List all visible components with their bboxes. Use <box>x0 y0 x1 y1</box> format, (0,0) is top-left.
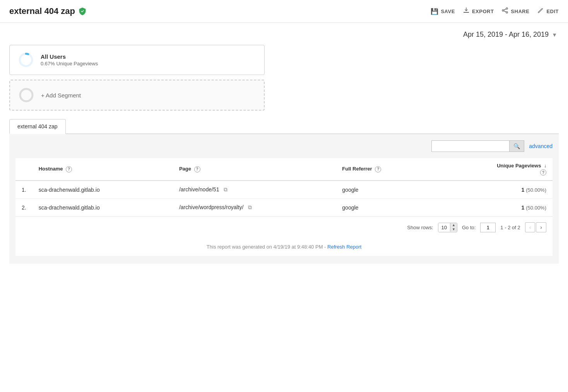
show-rows-label: Show rows: <box>407 225 433 230</box>
prev-page-button[interactable]: ‹ <box>525 222 535 232</box>
share-label: SHARE <box>511 9 529 14</box>
footer-note: This report was generated on 4/19/19 at … <box>15 238 553 256</box>
referrer-label: Full Referrer <box>342 166 372 172</box>
export-icon <box>463 7 470 15</box>
table-header-row: Hostname ? Page ? Full Referrer ? <box>15 158 553 181</box>
search-row: 🔍 advanced <box>15 140 553 152</box>
goto-input[interactable] <box>480 223 496 232</box>
col-header-hostname: Hostname ? <box>33 158 173 181</box>
export-label: EXPORT <box>472 9 494 14</box>
hostname-1: sca-drachenwald.gitlab.io <box>33 181 173 199</box>
goto-label: Go to: <box>462 225 476 230</box>
svg-rect-0 <box>464 12 469 13</box>
unique-count-1: 1 <box>522 187 525 193</box>
rows-value: 10 <box>438 223 450 232</box>
row-num-2: 2. <box>15 199 33 216</box>
table-row: 2. sca-drachenwald.gitlab.io /archive/wo… <box>15 199 553 216</box>
svg-point-6 <box>20 89 33 101</box>
unique-pv-2: 1 (50.00%) <box>434 199 553 216</box>
chevron-down-icon: ▼ <box>552 32 557 38</box>
col-header-num <box>15 158 33 181</box>
page-2: /archive/wordpress/royalty/ ⧉ <box>173 199 336 216</box>
rows-down-button[interactable]: ▼ <box>450 227 457 232</box>
footer-text: This report was generated on 4/19/19 at … <box>207 244 327 250</box>
unique-pct-1: (50.00%) <box>526 187 546 193</box>
share-icon <box>501 7 508 15</box>
segment-sub: 0.67% Unique Pageviews <box>41 61 98 66</box>
export-button[interactable]: EXPORT <box>463 7 494 15</box>
date-range-button[interactable]: Apr 15, 2019 - Apr 16, 2019 ▼ <box>463 31 557 39</box>
page-title: external 404 zap <box>9 6 87 16</box>
pagination-row: Show rows: 10 ▲ ▼ Go to: 1 - 2 of 2 ‹ › <box>15 216 553 238</box>
unique-pv-help-icon: ? <box>540 169 546 176</box>
copy-icon-1[interactable]: ⧉ <box>224 186 228 193</box>
page-help-icon: ? <box>194 166 200 172</box>
segment-all-users[interactable]: All Users 0.67% Unique Pageviews <box>9 45 265 75</box>
save-label: SAVE <box>441 9 455 14</box>
col-header-full-referrer: Full Referrer ? <box>336 158 434 181</box>
save-button[interactable]: 💾 SAVE <box>431 8 455 15</box>
unique-pct-2: (50.00%) <box>526 205 546 211</box>
edit-label: EDIT <box>546 9 559 14</box>
col-header-unique-pageviews: Unique Pageviews ↓ ? <box>434 158 553 181</box>
page-path-2: /archive/wordpress/royalty/ <box>179 204 244 210</box>
shield-icon <box>78 7 87 15</box>
referrer-1: google <box>336 181 434 199</box>
date-range-row: Apr 15, 2019 - Apr 16, 2019 ▼ <box>9 31 559 39</box>
search-icon: 🔍 <box>513 143 520 149</box>
date-range-text: Apr 15, 2019 - Apr 16, 2019 <box>463 31 549 39</box>
header: external 404 zap 💾 SAVE EXPORT SHARE <box>0 0 568 23</box>
search-box: 🔍 <box>431 140 524 152</box>
rows-up-button[interactable]: ▲ <box>450 223 457 227</box>
rows-spinner: ▲ ▼ <box>450 223 457 232</box>
save-icon: 💾 <box>431 8 439 15</box>
add-segment-card[interactable]: + Add Segment <box>9 80 265 111</box>
col-header-page: Page ? <box>173 158 336 181</box>
page-path-1: /archive/node/51 <box>179 186 219 193</box>
table-row: 1. sca-drachenwald.gitlab.io /archive/no… <box>15 181 553 199</box>
main-content: Apr 15, 2019 - Apr 16, 2019 ▼ All Users … <box>0 23 568 271</box>
rows-select: 10 ▲ ▼ <box>438 223 457 232</box>
page-1: /archive/node/51 ⧉ <box>173 181 336 199</box>
unique-pv-1: 1 (50.00%) <box>434 181 553 199</box>
page-count: 1 - 2 of 2 <box>500 225 520 230</box>
unique-count-2: 1 <box>522 205 525 211</box>
nav-buttons: ‹ › <box>525 222 546 232</box>
next-page-button[interactable]: › <box>536 222 546 232</box>
svg-point-1 <box>506 8 508 9</box>
tabs-row: external 404 zap <box>9 118 559 134</box>
edit-button[interactable]: EDIT <box>537 7 559 15</box>
add-segment-icon <box>18 87 35 104</box>
hostname-2: sca-drachenwald.gitlab.io <box>33 199 173 216</box>
table-section: 🔍 advanced Hostname ? Page ? <box>9 134 559 264</box>
search-button[interactable]: 🔍 <box>509 141 524 152</box>
sort-desc-icon: ↓ <box>544 163 546 169</box>
segment-donut-icon <box>17 51 34 68</box>
unique-pv-label: Unique Pageviews <box>497 163 541 169</box>
svg-point-2 <box>502 10 504 11</box>
page-label: Page <box>179 166 191 172</box>
add-segment-label: + Add Segment <box>41 92 81 99</box>
copy-icon-2[interactable]: ⧉ <box>248 204 252 211</box>
segment-info: All Users 0.67% Unique Pageviews <box>41 53 98 66</box>
referrer-2: google <box>336 199 434 216</box>
refresh-report-link[interactable]: Refresh Report <box>327 244 361 250</box>
svg-point-3 <box>506 12 508 13</box>
data-table: Hostname ? Page ? Full Referrer ? <box>15 158 553 216</box>
share-button[interactable]: SHARE <box>501 7 529 15</box>
svg-point-4 <box>20 54 32 66</box>
title-text: external 404 zap <box>9 6 75 16</box>
hostname-help-icon: ? <box>66 166 72 172</box>
edit-icon <box>537 7 544 15</box>
hostname-label: Hostname <box>39 166 63 172</box>
segment-name: All Users <box>41 53 98 60</box>
search-input[interactable] <box>432 141 509 152</box>
advanced-link[interactable]: advanced <box>529 143 553 149</box>
segments-area: All Users 0.67% Unique Pageviews + Add S… <box>9 45 265 111</box>
tab-external-404-zap[interactable]: external 404 zap <box>9 119 66 134</box>
tab-label: external 404 zap <box>17 123 58 130</box>
header-actions: 💾 SAVE EXPORT SHARE EDIT <box>431 7 559 15</box>
row-num-1: 1. <box>15 181 33 199</box>
referrer-help-icon: ? <box>375 166 381 172</box>
